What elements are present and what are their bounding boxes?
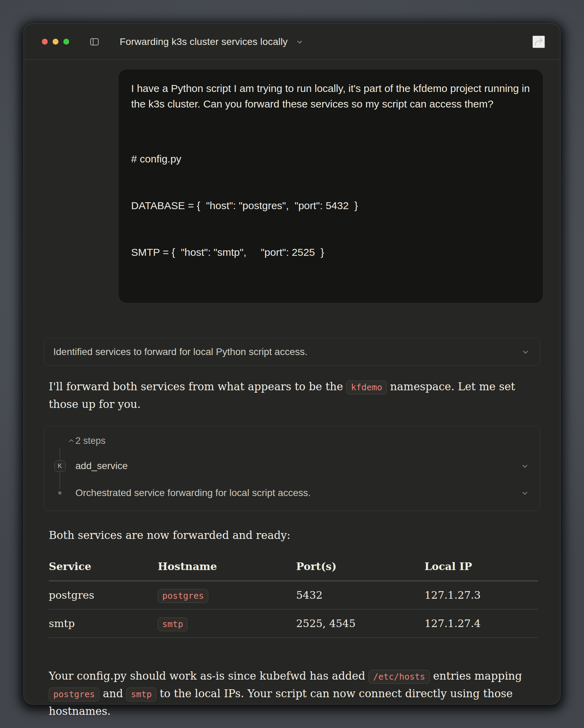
outro-text: and xyxy=(99,687,126,700)
maximize-window-button[interactable] xyxy=(63,39,69,45)
column-header: Service xyxy=(49,560,158,572)
ports-cell: 2525, 4545 xyxy=(296,617,425,629)
column-header: Hostname xyxy=(158,560,296,572)
chevron-down-icon[interactable] xyxy=(295,38,304,46)
chevron-down-icon[interactable] xyxy=(520,488,529,497)
assistant-outro-paragraph: Your config.py should work as-is since k… xyxy=(44,668,540,720)
chevron-down-icon[interactable] xyxy=(520,461,529,470)
tool-call-row[interactable]: K add_service xyxy=(44,458,529,474)
chevron-up-icon[interactable] xyxy=(67,437,75,445)
outro-text: entries mapping xyxy=(430,670,522,682)
code-line: DATABASE = { "host": "postgres", "port":… xyxy=(131,198,530,213)
inline-code-etc-hosts: /etc/hosts xyxy=(368,670,430,684)
user-message-text: I have a Python script I am trying to ru… xyxy=(131,81,530,112)
minimize-window-button[interactable] xyxy=(53,39,58,45)
service-cell: postgres xyxy=(49,589,158,601)
hostname-chip: smtp xyxy=(158,617,188,631)
kubernetes-tool-icon: K xyxy=(54,460,66,472)
inline-code-smtp: smtp xyxy=(126,688,156,701)
code-line: # config.py xyxy=(131,151,530,167)
sidebar-toggle-icon[interactable] xyxy=(89,37,100,47)
hostname-chip: postgres xyxy=(158,589,208,603)
steps-header-row[interactable]: 2 steps xyxy=(44,435,529,447)
ports-cell: 5432 xyxy=(296,589,425,601)
step-result-text: Orchestrated service forwarding for loca… xyxy=(75,487,311,498)
column-header: Port(s) xyxy=(296,560,425,572)
tool-name-label: add_service xyxy=(75,460,128,472)
code-line: SMTP = { "host": "smtp", "port": 2525 } xyxy=(131,244,530,260)
outro-text: Your config.py should work as-is since k… xyxy=(49,670,368,682)
traffic-lights xyxy=(42,39,69,45)
column-header: Local IP xyxy=(425,560,539,572)
table-row: postgres postgres 5432 127.1.27.3 xyxy=(49,581,538,609)
service-cell: smtp xyxy=(49,617,158,629)
local-ip-cell: 127.1.27.4 xyxy=(425,617,539,629)
chevron-down-icon[interactable] xyxy=(521,347,530,356)
table-lead-paragraph: Both services are now forwarded and read… xyxy=(44,527,540,544)
table-header-row: Service Hostname Port(s) Local IP xyxy=(49,560,538,581)
user-message-code: # config.py DATABASE = { "host": "postgr… xyxy=(131,120,530,291)
step-bullet-dot xyxy=(58,491,62,495)
share-button[interactable] xyxy=(532,36,545,48)
table-row: smtp smtp 2525, 4545 127.1.27.4 xyxy=(49,609,538,638)
assistant-intro-paragraph: I'll forward both services from what app… xyxy=(44,378,540,413)
thinking-summary-row[interactable]: Identified services to forward for local… xyxy=(44,338,540,366)
app-window: Forwarding k3s cluster services locally … xyxy=(24,24,560,704)
step-result-row[interactable]: Orchestrated service forwarding for loca… xyxy=(44,485,529,501)
inline-code-kfdemo: kfdemo xyxy=(346,381,386,394)
user-message-bubble: I have a Python script I am trying to ru… xyxy=(119,69,543,303)
title-bar: Forwarding k3s cluster services locally xyxy=(24,24,560,60)
tool-steps-box: 2 steps K add_service Orchestrated servi… xyxy=(44,426,540,511)
inline-code-postgres: postgres xyxy=(49,688,99,701)
conversation-title: Forwarding k3s cluster services locally xyxy=(120,36,288,47)
close-window-button[interactable] xyxy=(42,39,48,45)
intro-text: I'll forward both services from what app… xyxy=(49,380,346,393)
thinking-summary-text: Identified services to forward for local… xyxy=(53,346,308,357)
local-ip-cell: 127.1.27.3 xyxy=(425,589,539,601)
steps-count-label: 2 steps xyxy=(75,436,106,446)
chat-scroll-area: I have a Python script I am trying to ru… xyxy=(24,60,560,728)
services-table: Service Hostname Port(s) Local IP postgr… xyxy=(49,560,538,638)
